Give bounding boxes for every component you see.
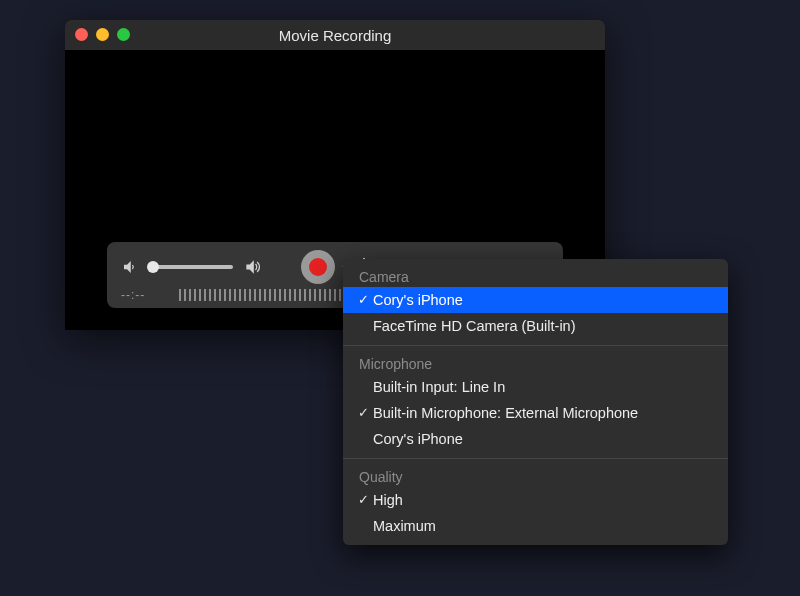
menu-item-label: Built-in Input: Line In <box>373 377 505 397</box>
menu-item-label: High <box>373 490 403 510</box>
menu-item[interactable]: Built-in Input: Line In <box>343 374 728 400</box>
record-icon <box>309 258 327 276</box>
menu-section-header: Microphone <box>343 352 728 374</box>
menu-item[interactable]: Cory's iPhone <box>343 426 728 452</box>
menu-item-label: Cory's iPhone <box>373 429 463 449</box>
window-controls <box>75 28 130 41</box>
maximize-window-icon[interactable] <box>117 28 130 41</box>
menu-item-label: Built-in Microphone: External Microphone <box>373 403 638 423</box>
timecode: --:-- <box>121 288 161 302</box>
volume-high-icon <box>243 257 263 277</box>
menu-item-label: FaceTime HD Camera (Built-in) <box>373 316 576 336</box>
volume-thumb[interactable] <box>147 261 159 273</box>
volume-low-icon <box>121 258 139 276</box>
menu-item-label: Maximum <box>373 516 436 536</box>
record-button[interactable] <box>301 250 335 284</box>
menu-section-header: Quality <box>343 465 728 487</box>
input-source-menu: Camera✓Cory's iPhoneFaceTime HD Camera (… <box>343 259 728 545</box>
close-window-icon[interactable] <box>75 28 88 41</box>
menu-separator <box>343 345 728 346</box>
menu-separator <box>343 458 728 459</box>
menu-item[interactable]: Maximum <box>343 513 728 539</box>
check-icon: ✓ <box>353 403 373 423</box>
minimize-window-icon[interactable] <box>96 28 109 41</box>
menu-section-header: Camera <box>343 265 728 287</box>
window-title: Movie Recording <box>279 27 392 44</box>
menu-item[interactable]: FaceTime HD Camera (Built-in) <box>343 313 728 339</box>
menu-item[interactable]: ✓High <box>343 487 728 513</box>
check-icon: ✓ <box>353 290 373 310</box>
check-icon: ✓ <box>353 490 373 510</box>
menu-item[interactable]: ✓Built-in Microphone: External Microphon… <box>343 400 728 426</box>
menu-item[interactable]: ✓Cory's iPhone <box>343 287 728 313</box>
titlebar[interactable]: Movie Recording <box>65 20 605 50</box>
menu-item-label: Cory's iPhone <box>373 290 463 310</box>
volume-slider[interactable] <box>149 265 233 269</box>
